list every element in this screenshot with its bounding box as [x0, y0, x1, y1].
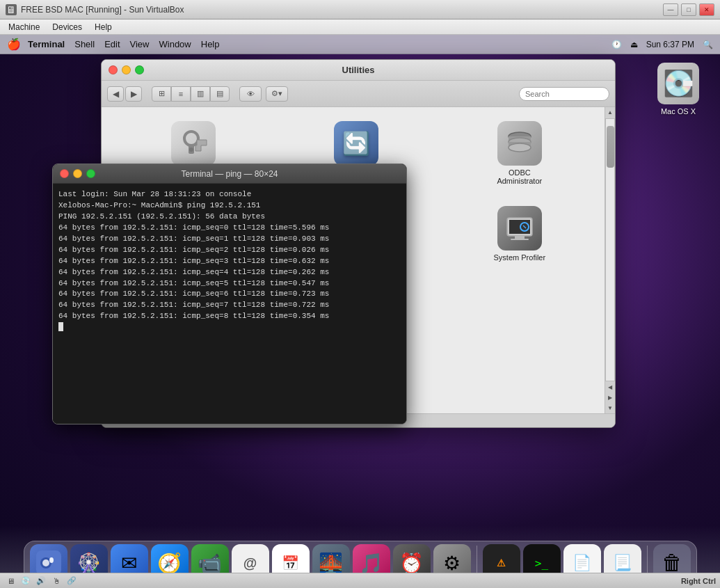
status-icon-1: 🖥 [4, 575, 17, 587]
mac-os-x-desktop-icon[interactable]: 💽 Mac OS X [650, 63, 706, 116]
vbox-restore-button[interactable]: □ [681, 3, 696, 16]
vbox-menubar: Machine Devices Help [0, 19, 720, 35]
utilities-close-button[interactable] [109, 65, 118, 74]
vbox-menu-help[interactable]: Help [89, 21, 118, 33]
column-view-button[interactable]: ▥ [191, 86, 210, 102]
utilities-toolbar: ◀ ▶ ⊞ ≡ ▥ ▤ 👁 ⚙▾ [102, 81, 615, 107]
search-input[interactable] [525, 90, 603, 98]
mac-desktop: 🍎 Terminal Shell Edit View Window Help 🕐… [0, 35, 720, 588]
terminal-title: Terminal — ping — 80×24 [181, 169, 278, 179]
vbox-window-controls[interactable]: — □ ✕ [663, 3, 714, 16]
utilities-scrollbar[interactable]: ▲ ◀ ▶ ▼ [605, 107, 615, 413]
terminal-minimize-button[interactable] [73, 169, 82, 178]
icon-view-button[interactable]: ⊞ [152, 86, 171, 102]
status-icon-2: 💿 [19, 575, 32, 587]
vbox-menu-devices[interactable]: Devices [47, 21, 88, 33]
menu-view[interactable]: View [130, 39, 150, 49]
vbox-title: FREE BSD MAC [Running] - Sun VirtualBox [21, 5, 663, 15]
terminal-line-8: 64 bytes from 192.5.2.151: icmp_seq=5 tt… [58, 278, 401, 289]
menu-shell[interactable]: Shell [74, 39, 95, 49]
terminal-cursor [58, 322, 63, 331]
mac-menubar-right: 🕐 ⏏ Sun 6:37 PM 🔍 [611, 40, 713, 49]
terminal-line-7: 64 bytes from 192.5.2.151: icmp_seq=4 tt… [58, 267, 401, 278]
clock: Sun 6:37 PM [646, 40, 694, 49]
utilities-maximize-button[interactable] [135, 65, 144, 74]
spotlight-icon[interactable]: 🔍 [703, 40, 713, 49]
svg-rect-10 [515, 236, 525, 239]
status-icon-3: 🔊 [35, 575, 47, 587]
status-icon-4: 🖱 [50, 575, 63, 587]
terminal-line-9: 64 bytes from 192.5.2.151: icmp_seq=6 tt… [58, 289, 401, 300]
terminal-line-5: 64 bytes from 192.5.2.151: icmp_seq=2 tt… [58, 245, 401, 256]
vbox-titlebar: 🖥 FREE BSD MAC [Running] - Sun VirtualBo… [0, 0, 720, 19]
svg-point-0 [184, 132, 198, 145]
terminal-titlebar: Terminal — ping — 80×24 [53, 164, 406, 184]
odbc-icon [497, 121, 542, 166]
status-right: Right Ctrl [681, 577, 716, 585]
terminal-line-2: PING 192.5.2.151 (192.5.2.151): 56 data … [58, 212, 401, 223]
scroll-down-right[interactable]: ▶ [605, 392, 616, 403]
terminal-content[interactable]: Last login: Sun Mar 28 18:31:23 on conso… [53, 184, 406, 424]
scroll-down-arrow[interactable]: ▼ [605, 403, 616, 413]
scroll-track[interactable] [605, 118, 615, 381]
svg-point-17 [49, 557, 54, 563]
quick-look-button[interactable]: 👁 [239, 86, 262, 102]
toolbar-search[interactable] [519, 87, 609, 101]
terminal-line-1: Xelobos-Mac-Pro:~ MacAdmin$ ping 192.5.2… [58, 200, 401, 212]
utility-item-sysprof[interactable]: System Profiler [442, 199, 598, 277]
mac-os-x-icon-label: Mac OS X [661, 107, 696, 116]
terminal-line-4: 64 bytes from 192.5.2.151: icmp_seq=1 tt… [58, 234, 401, 245]
utilities-minimize-button[interactable] [122, 65, 131, 74]
forward-button[interactable]: ▶ [125, 86, 142, 102]
svg-point-2 [189, 148, 193, 152]
toolbar-nav: ◀ ▶ [107, 86, 142, 102]
terminal-maximize-button[interactable] [86, 169, 95, 178]
terminal-line-0: Last login: Sun Mar 28 18:31:23 on conso… [58, 189, 401, 200]
utilities-title: Utilities [342, 65, 375, 75]
utilities-window-buttons[interactable] [109, 65, 144, 74]
eject-icon: ⏏ [630, 40, 638, 49]
list-view-button[interactable]: ≡ [171, 86, 191, 102]
app-menu-terminal[interactable]: Terminal [28, 39, 65, 49]
terminal-line-11: 64 bytes from 192.5.2.151: icmp_seq=8 tt… [58, 311, 401, 322]
vbox-close-button[interactable]: ✕ [699, 3, 714, 16]
view-buttons: ⊞ ≡ ▥ ▤ [152, 86, 230, 102]
terminal-line-3: 64 bytes from 192.5.2.151: icmp_seq=0 tt… [58, 223, 401, 234]
keychain-icon [171, 121, 216, 166]
scroll-up-arrow[interactable]: ▲ [605, 107, 616, 118]
menu-edit[interactable]: Edit [104, 39, 120, 49]
vbox-minimize-button[interactable]: — [663, 3, 678, 16]
mac-menubar: 🍎 Terminal Shell Edit View Window Help 🕐… [0, 35, 720, 54]
scroll-down-left[interactable]: ◀ [605, 382, 616, 392]
right-ctrl-label: Right Ctrl [681, 577, 716, 585]
terminal-window-buttons[interactable] [60, 169, 95, 178]
terminal-line-10: 64 bytes from 192.5.2.151: icmp_seq=7 tt… [58, 300, 401, 311]
scroll-thumb[interactable] [607, 126, 614, 168]
apple-menu[interactable]: 🍎 [7, 38, 21, 51]
utilities-titlebar: Utilities [102, 60, 615, 81]
action-button[interactable]: ⚙▾ [266, 86, 288, 102]
terminal-window: Terminal — ping — 80×24 Last login: Sun … [52, 164, 407, 424]
terminal-line-6: 64 bytes from 192.5.2.151: icmp_seq=3 tt… [58, 256, 401, 267]
vbox-menu-machine[interactable]: Machine [3, 21, 45, 33]
vbox-icon: 🖥 [6, 4, 17, 15]
sysprof-label: System Profiler [494, 253, 546, 262]
svg-point-16 [42, 559, 49, 566]
svg-point-7 [509, 143, 531, 152]
mac-os-x-icon-img: 💽 [657, 63, 699, 104]
menu-window[interactable]: Window [159, 39, 191, 49]
time-machine-icon: 🕐 [611, 40, 622, 49]
cover-flow-button[interactable]: ▤ [210, 86, 230, 102]
status-icon-5: 🔗 [65, 575, 78, 587]
odbc-label: ODBC Administrator [488, 168, 551, 185]
vbox-statusbar: 🖥 💿 🔊 🖱 🔗 Right Ctrl [0, 573, 720, 588]
menu-help[interactable]: Help [201, 39, 220, 49]
back-button[interactable]: ◀ [107, 86, 124, 102]
terminal-line-12 [58, 322, 401, 333]
migration-icon: 🔄 [334, 121, 378, 166]
utility-item-odbc[interactable]: ODBC Administrator [442, 114, 598, 192]
svg-rect-11 [511, 239, 529, 240]
terminal-close-button[interactable] [60, 169, 69, 178]
sysprof-icon [497, 206, 542, 251]
